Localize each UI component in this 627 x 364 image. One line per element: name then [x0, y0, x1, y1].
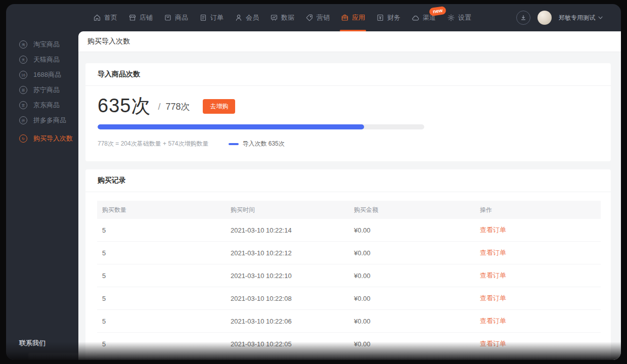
- nav-item-channel[interactable]: 渠道 new: [412, 4, 436, 31]
- nav-item-apps[interactable]: 应用: [341, 4, 365, 31]
- orders-icon: [199, 14, 207, 22]
- settings-icon: [447, 14, 455, 22]
- nav-item-label: 应用: [352, 13, 365, 22]
- sidebar-item-label: 天猫商品: [33, 55, 60, 64]
- nav-item-orders[interactable]: 订单: [199, 4, 223, 31]
- history-icon: ↻: [19, 134, 27, 143]
- total-count-value: 778次: [165, 101, 190, 113]
- table-row: 5 2021-03-10 10:22:06 ¥0.00 查看订单: [97, 310, 601, 333]
- column-header-time: 购买时间: [231, 206, 354, 214]
- page-title: 购买导入次数: [87, 37, 130, 46]
- goods-icon: [164, 14, 172, 22]
- finance-icon: [376, 14, 384, 22]
- column-header-amount: 购买金额: [354, 206, 480, 214]
- table-row: 5 2021-03-10 10:22:08 ¥0.00 查看订单: [97, 287, 601, 310]
- sidebar: 淘 淘宝商品 天 天猫商品 16 1688商品 苏 苏宁商品 京 京东商品 拼 …: [6, 31, 78, 360]
- new-badge: new: [429, 6, 446, 17]
- view-order-link[interactable]: 查看订单: [480, 249, 506, 256]
- sidebar-item-1688-goods[interactable]: 16 1688商品: [6, 67, 78, 82]
- usage-progress-track: [98, 124, 424, 129]
- table-row: 5 2021-03-10 10:22:12 ¥0.00 查看订单: [97, 242, 601, 264]
- account-name: 郑敏专用测试: [559, 14, 595, 22]
- sidebar-item-taobao-goods[interactable]: 淘 淘宝商品: [6, 37, 78, 52]
- nav-item-label: 订单: [210, 13, 223, 22]
- nav-item-store[interactable]: 店铺: [128, 4, 153, 31]
- table-row: 5 2021-03-10 10:22:03 ¥0.00 查看订单: [97, 355, 601, 360]
- marketing-icon: [305, 14, 314, 22]
- nav-item-label: 财务: [387, 13, 400, 22]
- nav-item-label: 营销: [317, 13, 330, 22]
- usage-progress-fill: [98, 124, 364, 129]
- cell-amount: ¥0.00: [354, 226, 480, 234]
- view-order-link[interactable]: 查看订单: [480, 271, 506, 279]
- nav-item-settings[interactable]: 设置: [447, 4, 471, 31]
- table-row: 5 2021-03-10 10:22:14 ¥0.00 查看订单: [97, 219, 601, 242]
- cell-time: 2021-03-10 10:22:14: [231, 226, 354, 234]
- buy-more-button[interactable]: 去增购: [203, 99, 235, 114]
- cell-qty: 5: [97, 272, 231, 280]
- cell-amount: ¥0.00: [354, 295, 480, 302]
- sidebar-item-purchase-import-count[interactable]: ↻ 购买导入次数: [6, 131, 78, 146]
- cell-amount: ¥0.00: [354, 340, 480, 348]
- sidebar-item-jd-goods[interactable]: 京 京东商品: [6, 98, 78, 113]
- download-button[interactable]: [516, 11, 530, 25]
- sidebar-item-label: 苏宁商品: [33, 85, 60, 95]
- home-icon: [93, 14, 101, 22]
- cell-amount: ¥0.00: [354, 272, 480, 280]
- nav-item-label: 商品: [175, 13, 188, 22]
- nav-item-label: 会员: [246, 13, 259, 22]
- nav-item-label: 首页: [104, 13, 117, 22]
- purchase-records-title: 购买记录: [85, 169, 611, 192]
- nav-item-label: 店铺: [140, 13, 153, 22]
- cell-qty: 5: [97, 295, 231, 302]
- progress-legend: 导入次数 635次: [229, 140, 284, 148]
- sidebar-item-suning-goods[interactable]: 苏 苏宁商品: [6, 82, 78, 98]
- nav-item-goods[interactable]: 商品: [164, 4, 188, 31]
- nav-item-data[interactable]: 数据: [270, 4, 294, 31]
- view-order-link[interactable]: 查看订单: [480, 340, 506, 347]
- sidebar-item-tmall-goods[interactable]: 天 天猫商品: [6, 52, 78, 67]
- cell-qty: 5: [97, 226, 231, 234]
- account-menu[interactable]: 郑敏专用测试: [559, 14, 603, 22]
- sidebar-item-pdd-goods[interactable]: 拼 拼多多商品: [6, 113, 78, 128]
- sidebar-item-label: 京东商品: [33, 101, 60, 110]
- apps-icon: [341, 14, 349, 22]
- cell-qty: 5: [97, 340, 231, 348]
- suning-icon: 苏: [19, 86, 27, 94]
- count-separator: /: [158, 102, 160, 112]
- contact-us-link[interactable]: 联系我们: [19, 339, 46, 348]
- sidebar-menu: 淘 淘宝商品 天 天猫商品 16 1688商品 苏 苏宁商品 京 京东商品 拼 …: [6, 31, 78, 146]
- page-header: 购买导入次数: [78, 31, 621, 52]
- cell-qty: 5: [97, 249, 231, 257]
- taobao-icon: 淘: [19, 40, 27, 49]
- nav-item-members[interactable]: 会员: [235, 4, 259, 31]
- table-header-row: 购买数量 购买时间 购买金额 操作: [97, 201, 601, 219]
- nav-item-label: 设置: [458, 13, 471, 22]
- cell-time: 2021-03-10 10:22:08: [231, 295, 354, 302]
- members-icon: [235, 14, 243, 22]
- top-navigation: 首页 店铺 商品 订单 会员 数据: [6, 4, 621, 31]
- nav-item-label: 数据: [281, 13, 294, 22]
- 1688-icon: 16: [19, 71, 27, 79]
- purchase-records-card: 购买记录 购买数量 购买时间 购买金额 操作 5 2021-03-10 10:2…: [85, 169, 611, 360]
- main-content: 购买导入次数 导入商品次数 635次 / 778次 去增购 778次 = 204…: [78, 31, 621, 360]
- nav-item-home[interactable]: 首页: [93, 4, 117, 31]
- nav-tabs: 首页 店铺 商品 订单 会员 数据: [93, 4, 471, 31]
- table-row: 5 2021-03-10 10:22:05 ¥0.00 查看订单: [97, 333, 601, 355]
- sidebar-item-label: 拼多多商品: [33, 116, 66, 125]
- column-header-action: 操作: [480, 206, 601, 214]
- nav-item-finance[interactable]: 财务: [376, 4, 400, 31]
- view-order-link[interactable]: 查看订单: [480, 317, 506, 325]
- cell-time: 2021-03-10 10:22:06: [231, 317, 354, 325]
- cell-time: 2021-03-10 10:22:10: [231, 272, 354, 280]
- pdd-icon: 拼: [19, 116, 27, 124]
- avatar[interactable]: [538, 11, 552, 25]
- data-icon: [270, 14, 278, 22]
- nav-item-marketing[interactable]: 营销: [305, 4, 330, 31]
- legend-label: 导入次数 635次: [242, 140, 284, 148]
- view-order-link[interactable]: 查看订单: [480, 226, 506, 234]
- view-order-link[interactable]: 查看订单: [480, 294, 506, 302]
- jd-icon: 京: [19, 101, 27, 109]
- cell-time: 2021-03-10 10:22:05: [231, 340, 354, 348]
- import-count-card: 导入商品次数 635次 / 778次 去增购 778次 = 204次基础数量 +…: [85, 63, 611, 161]
